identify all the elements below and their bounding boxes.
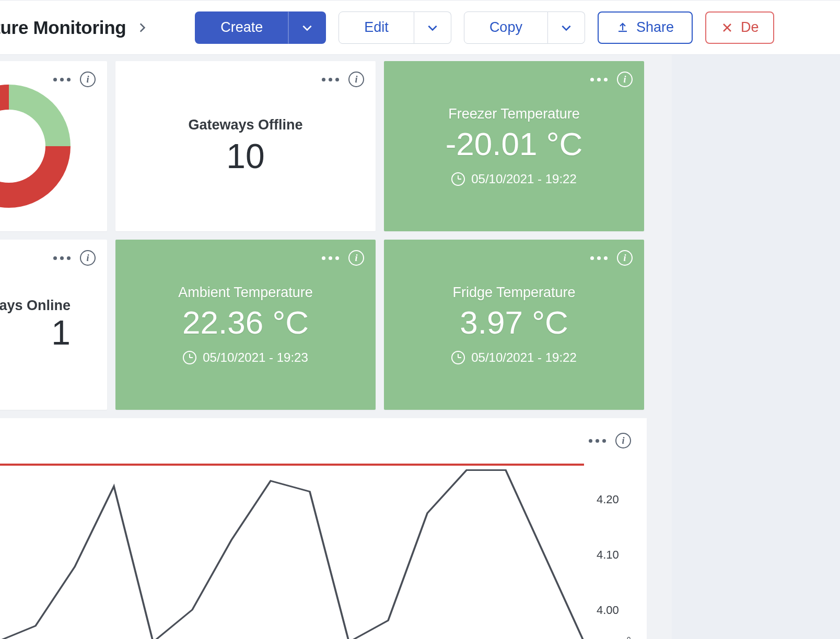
more-icon[interactable] [589,439,606,443]
y-axis: 4.20 4.10 4.00 ° [584,459,631,639]
card-freezer-temp: i Freezer Temperature -20.01 °C 05/10/20… [384,61,644,231]
more-icon[interactable] [53,78,71,81]
more-icon[interactable] [590,256,608,260]
threshold-line [0,464,584,466]
info-icon[interactable]: i [80,250,96,266]
metric-value: 1 [51,314,71,352]
info-icon[interactable]: i [617,72,633,87]
copy-dropdown[interactable] [548,11,585,44]
timestamp: 05/10/2021 - 19:23 [183,350,308,365]
info-icon[interactable]: i [617,250,633,266]
edit-button-group: Edit [339,11,451,44]
create-button-group: Create [195,11,326,44]
metric-label: Fridge Temperature [452,285,575,301]
close-icon [721,21,733,34]
more-icon[interactable] [322,256,339,260]
info-icon[interactable]: i [80,72,96,87]
toolbar: ature Monitoring Create Edit Copy Share … [0,0,840,55]
share-label: Share [636,19,674,36]
edit-button[interactable]: Edit [339,11,414,44]
info-icon[interactable]: i [348,250,364,266]
card-gateways-offline: i Gateways Offline 10 [115,61,376,231]
create-button[interactable]: Create [195,11,288,44]
card-gateways-online: i ays Online 1 [0,240,107,410]
share-button[interactable]: Share [598,11,693,44]
more-icon[interactable] [53,256,71,260]
clock-icon [183,351,196,364]
metric-label: ays Online [0,298,71,314]
y-unit: ° [626,635,631,639]
dashboard: i ewaysnline i Gateways Offline 10 [0,55,672,639]
donut-chart [0,85,71,208]
timestamp: 05/10/2021 - 19:22 [451,350,577,365]
timestamp: 05/10/2021 - 19:22 [451,172,577,186]
create-dropdown[interactable] [288,11,326,44]
delete-button[interactable]: De [705,11,775,44]
card-gateways-donut: i ewaysnline [0,61,107,231]
chevron-right-icon[interactable] [135,21,149,34]
chart-area: 4.20 4.10 4.00 ° [16,459,631,639]
y-tick: 4.10 [597,548,619,562]
info-icon[interactable]: i [615,433,631,448]
title-area: ature Monitoring [0,17,149,38]
clock-icon [451,351,465,364]
metric-value: 22.36 °C [182,305,309,340]
right-panel [672,55,840,639]
card-ambient-temp: i Ambient Temperature 22.36 °C 05/10/202… [115,240,376,410]
y-tick: 4.00 [597,604,619,617]
more-icon[interactable] [590,78,608,81]
upload-icon [616,21,629,34]
clock-icon [451,172,465,186]
metric-value: 10 [226,137,264,175]
delete-label: De [741,19,759,36]
metric-label: Ambient Temperature [178,285,313,301]
card-fridge-temp: i Fridge Temperature 3.97 °C 05/10/2021 … [384,240,644,410]
chart-title: ph [0,431,631,447]
y-tick: 4.20 [597,493,619,506]
line-plot [0,459,584,639]
metric-value: 3.97 °C [460,305,568,340]
metric-label: Freezer Temperature [448,106,580,122]
edit-dropdown[interactable] [414,11,451,44]
copy-button-group: Copy [464,11,585,44]
copy-button[interactable]: Copy [464,11,548,44]
chart-card: i ph 4.20 4.10 4.00 ° [0,418,647,639]
page-title: ature Monitoring [0,17,126,38]
metric-value: -20.01 °C [446,126,583,162]
info-icon[interactable]: i [348,72,364,87]
more-icon[interactable] [322,78,339,81]
metric-label: Gateways Offline [188,117,302,133]
